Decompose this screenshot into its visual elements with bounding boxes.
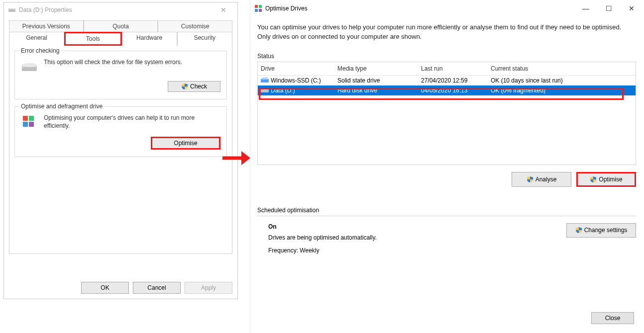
arrow-icon — [221, 148, 251, 168]
drive-icon — [8, 6, 16, 14]
shield-icon — [575, 227, 582, 234]
tabs-row-back: Previous Versions Quota Customise — [9, 20, 232, 32]
shield-icon — [181, 83, 188, 90]
col-last[interactable]: Last run — [421, 65, 491, 72]
titlebar: Data (D:) Properties ✕ — [4, 2, 237, 17]
tab-quota[interactable]: Quota — [84, 20, 158, 32]
scheduled-label: Scheduled optimisation — [257, 207, 636, 214]
error-checking-text: This option will check the drive for fil… — [44, 58, 182, 66]
minimize-button[interactable]: — — [574, 1, 597, 16]
tabs-row-front: General Tools Hardware Security — [9, 32, 232, 46]
shield-icon — [590, 176, 597, 183]
media-type: Hard disk drive — [337, 87, 421, 94]
tab-previous-versions[interactable]: Previous Versions — [9, 20, 84, 32]
drive-check-icon — [21, 58, 39, 76]
defrag-icon — [254, 4, 262, 12]
optimise-label: Optimise — [174, 140, 197, 147]
svg-rect-14 — [259, 9, 262, 12]
svg-point-4 — [22, 63, 37, 67]
current-status: OK (10 days since last run) — [491, 77, 636, 84]
svg-rect-15 — [261, 79, 269, 83]
error-checking-title: Error checking — [19, 47, 61, 54]
svg-rect-11 — [255, 5, 258, 8]
tab-content: Error checking This option will check th… — [9, 46, 232, 254]
change-settings-button[interactable]: Change settings — [566, 223, 636, 238]
defrag-icon — [21, 114, 39, 132]
col-drive[interactable]: Drive — [261, 65, 337, 72]
optimise-label: Optimise — [599, 176, 622, 183]
shield-icon — [527, 176, 534, 183]
optimise-group-text: Optimising your computer's drives can he… — [44, 114, 220, 130]
svg-rect-7 — [23, 122, 28, 127]
drives-table: Drive Media type Last run Current status… — [257, 62, 636, 165]
table-row[interactable]: Data (D:) Hard disk drive 04/05/2020 16:… — [258, 85, 636, 95]
tab-general[interactable]: General — [9, 32, 64, 46]
svg-marker-10 — [241, 151, 250, 165]
error-checking-group: Error checking This option will check th… — [14, 51, 227, 99]
sched-freq: Frequency: Weekly — [268, 247, 377, 254]
intro-text: You can optimise your drives to help you… — [257, 23, 636, 42]
col-media[interactable]: Media type — [337, 65, 421, 72]
tab-security[interactable]: Security — [177, 32, 232, 46]
drive-name: Windows-SSD (C:) — [271, 77, 321, 84]
drive-name: Data (D:) — [271, 87, 295, 94]
scheduled-section: On Drives are being optimised automatica… — [257, 216, 636, 260]
sched-on: On — [268, 223, 377, 230]
check-label: Check — [190, 83, 207, 90]
sched-text: Drives are being optimised automatically… — [268, 234, 377, 241]
media-type: Solid state drive — [337, 77, 421, 84]
tab-customise[interactable]: Customise — [158, 20, 232, 32]
apply-button: Apply — [185, 282, 232, 294]
optimise-button[interactable]: Optimise — [576, 172, 636, 187]
current-status: OK (0% fragmented) — [491, 87, 636, 94]
svg-rect-13 — [255, 9, 258, 12]
check-button[interactable]: Check — [168, 81, 220, 92]
table-row[interactable]: Windows-SSD (C:) Solid state drive 27/04… — [258, 76, 636, 85]
svg-rect-18 — [261, 88, 269, 90]
maximize-button[interactable]: ☐ — [597, 1, 620, 16]
ok-button[interactable]: OK — [81, 282, 129, 294]
svg-rect-1 — [8, 8, 15, 9]
hdd-icon — [261, 87, 269, 93]
optimise-button[interactable]: Optimise — [151, 137, 220, 150]
cancel-button[interactable]: Cancel — [133, 282, 181, 294]
svg-rect-12 — [259, 5, 262, 8]
close-dialog-button[interactable]: Close — [591, 312, 634, 324]
change-label: Change settings — [584, 227, 628, 234]
last-run: 04/05/2020 16:13 — [421, 87, 491, 94]
col-status[interactable]: Current status — [491, 65, 636, 72]
close-button[interactable]: ✕ — [620, 1, 643, 16]
tab-tools[interactable]: Tools — [64, 32, 121, 46]
close-button[interactable]: ✕ — [214, 3, 233, 17]
window-title: Optimise Drives — [265, 5, 308, 12]
dialog-buttons: OK Cancel Apply — [81, 282, 232, 294]
optimise-group-title: Optimise and defragment drive — [19, 103, 105, 110]
status-label: Status — [257, 53, 636, 60]
table-head: Drive Media type Last run Current status — [258, 62, 636, 76]
tab-hardware[interactable]: Hardware — [122, 32, 177, 46]
window-title: Data (D:) Properties — [19, 6, 72, 13]
optimise-drives-window: Optimise Drives — ☐ ✕ You can optimise y… — [250, 0, 643, 333]
svg-rect-8 — [29, 122, 34, 127]
analyse-button[interactable]: Analyse — [512, 172, 571, 187]
ssd-icon — [261, 78, 269, 83]
svg-rect-6 — [29, 116, 34, 121]
titlebar: Optimise Drives — ☐ ✕ — [250, 0, 643, 17]
optimise-group: Optimise and defragment drive Optimising… — [14, 106, 227, 157]
svg-rect-16 — [262, 78, 268, 80]
last-run: 27/04/2020 12:59 — [421, 77, 491, 84]
analyse-label: Analyse — [536, 176, 557, 183]
properties-window: Data (D:) Properties ✕ Previous Versions… — [3, 2, 238, 299]
svg-rect-5 — [23, 116, 28, 121]
